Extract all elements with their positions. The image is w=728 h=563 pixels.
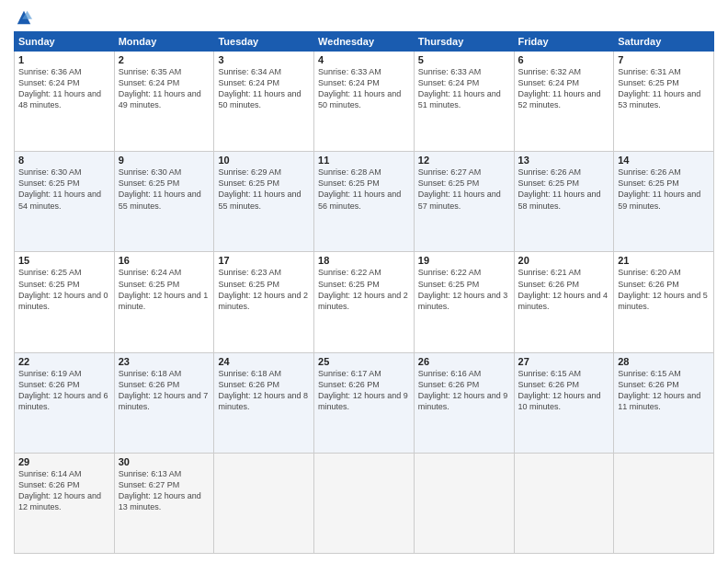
- empty-cell: [514, 453, 614, 553]
- day-number: 1: [18, 54, 110, 65]
- day-info: Sunrise: 6:23 AMSunset: 6:25 PMDaylight:…: [218, 267, 310, 312]
- day-info: Sunrise: 6:13 AMSunset: 6:27 PMDaylight:…: [119, 468, 210, 513]
- day-info: Sunrise: 6:15 AMSunset: 6:26 PMDaylight:…: [518, 368, 610, 413]
- day-cell-24: 24Sunrise: 6:18 AMSunset: 6:26 PMDayligh…: [214, 352, 314, 453]
- day-cell-22: 22Sunrise: 6:19 AMSunset: 6:26 PMDayligh…: [15, 352, 115, 453]
- day-number: 19: [418, 255, 510, 266]
- day-number: 20: [518, 255, 610, 266]
- day-info: Sunrise: 6:35 AMSunset: 6:24 PMDaylight:…: [119, 66, 210, 111]
- day-info: Sunrise: 6:21 AMSunset: 6:26 PMDaylight:…: [518, 267, 610, 312]
- day-number: 29: [18, 456, 110, 467]
- day-number: 24: [218, 356, 310, 367]
- day-info: Sunrise: 6:17 AMSunset: 6:26 PMDaylight:…: [318, 368, 410, 413]
- day-number: 3: [218, 54, 310, 65]
- day-number: 30: [119, 456, 210, 467]
- day-info: Sunrise: 6:31 AMSunset: 6:25 PMDaylight:…: [618, 66, 710, 111]
- day-cell-6: 6Sunrise: 6:32 AMSunset: 6:24 PMDaylight…: [514, 52, 614, 152]
- day-cell-3: 3Sunrise: 6:34 AMSunset: 6:24 PMDaylight…: [214, 52, 314, 152]
- day-cell-20: 20Sunrise: 6:21 AMSunset: 6:26 PMDayligh…: [514, 252, 614, 352]
- weekday-monday: Monday: [114, 32, 214, 52]
- week-row-5: 29Sunrise: 6:14 AMSunset: 6:26 PMDayligh…: [15, 453, 714, 553]
- day-cell-10: 10Sunrise: 6:29 AMSunset: 6:25 PMDayligh…: [214, 152, 314, 252]
- week-row-3: 15Sunrise: 6:25 AMSunset: 6:25 PMDayligh…: [15, 252, 714, 352]
- day-cell-19: 19Sunrise: 6:22 AMSunset: 6:25 PMDayligh…: [414, 252, 514, 352]
- calendar: SundayMondayTuesdayWednesdayThursdayFrid…: [14, 31, 714, 554]
- day-info: Sunrise: 6:22 AMSunset: 6:25 PMDaylight:…: [318, 267, 410, 312]
- day-cell-23: 23Sunrise: 6:18 AMSunset: 6:26 PMDayligh…: [114, 352, 214, 453]
- day-info: Sunrise: 6:27 AMSunset: 6:25 PMDaylight:…: [418, 167, 510, 212]
- day-info: Sunrise: 6:29 AMSunset: 6:25 PMDaylight:…: [218, 167, 310, 212]
- day-number: 11: [318, 155, 410, 166]
- day-cell-8: 8Sunrise: 6:30 AMSunset: 6:25 PMDaylight…: [15, 152, 115, 252]
- day-cell-5: 5Sunrise: 6:33 AMSunset: 6:24 PMDaylight…: [414, 52, 514, 152]
- empty-cell: [314, 453, 415, 553]
- day-number: 9: [119, 155, 210, 166]
- day-info: Sunrise: 6:18 AMSunset: 6:26 PMDaylight:…: [119, 368, 210, 413]
- day-info: Sunrise: 6:26 AMSunset: 6:25 PMDaylight:…: [518, 167, 610, 212]
- day-number: 12: [418, 155, 510, 166]
- day-cell-11: 11Sunrise: 6:28 AMSunset: 6:25 PMDayligh…: [314, 152, 415, 252]
- day-number: 5: [418, 54, 510, 65]
- day-info: Sunrise: 6:16 AMSunset: 6:26 PMDaylight:…: [418, 368, 510, 413]
- day-number: 6: [518, 54, 610, 65]
- weekday-friday: Friday: [514, 32, 614, 52]
- week-row-4: 22Sunrise: 6:19 AMSunset: 6:26 PMDayligh…: [15, 352, 714, 453]
- day-info: Sunrise: 6:30 AMSunset: 6:25 PMDaylight:…: [18, 167, 110, 212]
- day-cell-18: 18Sunrise: 6:22 AMSunset: 6:25 PMDayligh…: [314, 252, 415, 352]
- weekday-thursday: Thursday: [414, 32, 514, 52]
- day-info: Sunrise: 6:22 AMSunset: 6:25 PMDaylight:…: [418, 267, 510, 312]
- day-number: 14: [618, 155, 710, 166]
- day-cell-12: 12Sunrise: 6:27 AMSunset: 6:25 PMDayligh…: [414, 152, 514, 252]
- logo: [14, 9, 32, 26]
- day-cell-29: 29Sunrise: 6:14 AMSunset: 6:26 PMDayligh…: [15, 453, 115, 553]
- page: SundayMondayTuesdayWednesdayThursdayFrid…: [0, 0, 728, 563]
- day-cell-16: 16Sunrise: 6:24 AMSunset: 6:25 PMDayligh…: [114, 252, 214, 352]
- week-row-2: 8Sunrise: 6:30 AMSunset: 6:25 PMDaylight…: [15, 152, 714, 252]
- day-number: 13: [518, 155, 610, 166]
- day-info: Sunrise: 6:30 AMSunset: 6:25 PMDaylight:…: [119, 167, 210, 212]
- day-cell-1: 1Sunrise: 6:36 AMSunset: 6:24 PMDaylight…: [15, 52, 115, 152]
- day-number: 16: [119, 255, 210, 266]
- day-cell-13: 13Sunrise: 6:26 AMSunset: 6:25 PMDayligh…: [514, 152, 614, 252]
- day-info: Sunrise: 6:36 AMSunset: 6:24 PMDaylight:…: [18, 66, 110, 111]
- day-cell-21: 21Sunrise: 6:20 AMSunset: 6:26 PMDayligh…: [614, 252, 714, 352]
- day-number: 22: [18, 356, 110, 367]
- week-row-1: 1Sunrise: 6:36 AMSunset: 6:24 PMDaylight…: [15, 52, 714, 152]
- day-cell-26: 26Sunrise: 6:16 AMSunset: 6:26 PMDayligh…: [414, 352, 514, 453]
- day-cell-28: 28Sunrise: 6:15 AMSunset: 6:26 PMDayligh…: [614, 352, 714, 453]
- day-info: Sunrise: 6:24 AMSunset: 6:25 PMDaylight:…: [119, 267, 210, 312]
- weekday-saturday: Saturday: [614, 32, 714, 52]
- day-info: Sunrise: 6:26 AMSunset: 6:25 PMDaylight:…: [618, 167, 710, 212]
- day-cell-4: 4Sunrise: 6:33 AMSunset: 6:24 PMDaylight…: [314, 52, 415, 152]
- day-cell-9: 9Sunrise: 6:30 AMSunset: 6:25 PMDaylight…: [114, 152, 214, 252]
- day-number: 23: [119, 356, 210, 367]
- day-number: 10: [218, 155, 310, 166]
- day-info: Sunrise: 6:14 AMSunset: 6:26 PMDaylight:…: [18, 468, 110, 513]
- day-cell-7: 7Sunrise: 6:31 AMSunset: 6:25 PMDaylight…: [614, 52, 714, 152]
- day-number: 8: [18, 155, 110, 166]
- day-number: 18: [318, 255, 410, 266]
- day-cell-25: 25Sunrise: 6:17 AMSunset: 6:26 PMDayligh…: [314, 352, 415, 453]
- day-info: Sunrise: 6:32 AMSunset: 6:24 PMDaylight:…: [518, 66, 610, 111]
- day-info: Sunrise: 6:20 AMSunset: 6:26 PMDaylight:…: [618, 267, 710, 312]
- weekday-tuesday: Tuesday: [214, 32, 314, 52]
- day-cell-30: 30Sunrise: 6:13 AMSunset: 6:27 PMDayligh…: [114, 453, 214, 553]
- empty-cell: [214, 453, 314, 553]
- day-info: Sunrise: 6:19 AMSunset: 6:26 PMDaylight:…: [18, 368, 110, 413]
- day-number: 21: [618, 255, 710, 266]
- day-number: 26: [418, 356, 510, 367]
- day-cell-15: 15Sunrise: 6:25 AMSunset: 6:25 PMDayligh…: [15, 252, 115, 352]
- empty-cell: [614, 453, 714, 553]
- day-number: 17: [218, 255, 310, 266]
- weekday-header-row: SundayMondayTuesdayWednesdayThursdayFrid…: [15, 32, 714, 52]
- day-number: 28: [618, 356, 710, 367]
- day-number: 15: [18, 255, 110, 266]
- day-info: Sunrise: 6:18 AMSunset: 6:26 PMDaylight:…: [218, 368, 310, 413]
- day-number: 7: [618, 54, 710, 65]
- weekday-sunday: Sunday: [15, 32, 115, 52]
- day-cell-2: 2Sunrise: 6:35 AMSunset: 6:24 PMDaylight…: [114, 52, 214, 152]
- header: [14, 9, 714, 26]
- day-info: Sunrise: 6:33 AMSunset: 6:24 PMDaylight:…: [418, 66, 510, 111]
- weekday-wednesday: Wednesday: [314, 32, 415, 52]
- day-info: Sunrise: 6:25 AMSunset: 6:25 PMDaylight:…: [18, 267, 110, 312]
